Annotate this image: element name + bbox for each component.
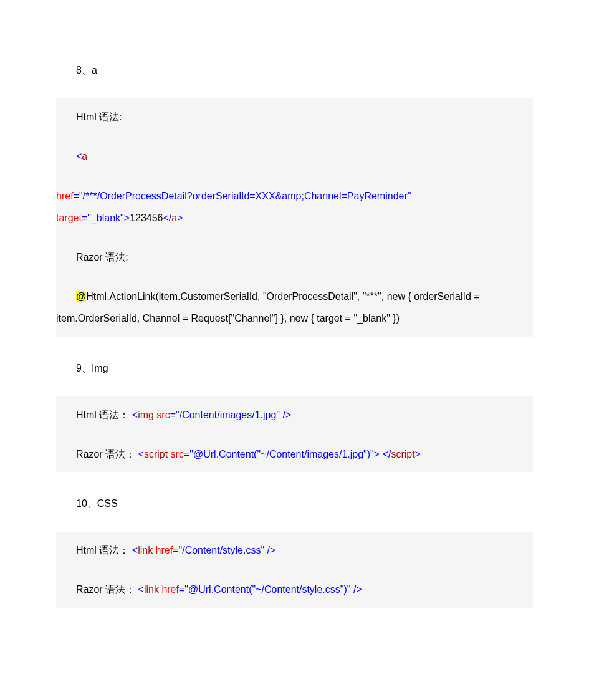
- src-val-9h: "/Content/images/1.jpg": [176, 410, 280, 420]
- close-lt-9r: </: [383, 449, 391, 459]
- img-9h: img: [138, 410, 156, 420]
- section-heading-8: 8、a: [56, 59, 533, 81]
- anchor-text: 123456: [130, 213, 163, 223]
- razor-prefix-10: Razor 语法：: [76, 584, 135, 595]
- close-10h: />: [264, 545, 275, 555]
- link-10r: link: [144, 584, 161, 595]
- razor-line-9: Razor 语法： <script src="@Url.Content("~/C…: [56, 443, 533, 465]
- section-heading-9: 9、Img: [56, 357, 533, 379]
- close-gt: >: [177, 213, 183, 223]
- razor-code-8: @Html.ActionLink(item.CustomerSerialId, …: [56, 285, 533, 329]
- gt-9r: >: [374, 449, 380, 459]
- razor-at: @: [76, 291, 86, 302]
- razor-prefix-9: Razor 语法：: [76, 449, 135, 459]
- gt: >: [124, 213, 130, 223]
- html-prefix-9: Html 语法：: [76, 410, 129, 420]
- val-href: "/***/OrderProcessDetail?orderSerialId=X…: [79, 191, 411, 201]
- section-heading-10: 10、CSS: [56, 492, 533, 514]
- href-eq-10r: =: [179, 584, 184, 595]
- script-9r: script: [144, 449, 171, 459]
- href-eq-10h: =: [173, 545, 178, 555]
- razor-body: Html.ActionLink(item.CustomerSerialId, "…: [56, 291, 480, 324]
- src-eq-9h: =: [170, 410, 176, 420]
- tag-a: a: [82, 151, 87, 161]
- lt-10r: <: [138, 584, 144, 595]
- close-lt: </: [163, 213, 172, 223]
- close-script-9r: script: [391, 449, 414, 459]
- lt-10h: <: [132, 545, 138, 555]
- attr-href: href: [56, 191, 74, 201]
- html-prefix-10: Html 语法：: [76, 545, 129, 555]
- code-block-10: Html 语法： <link href="/Content/style.css"…: [56, 532, 533, 608]
- close-10r: />: [350, 584, 362, 595]
- html-a-tag-body: href="/***/OrderProcessDetail?orderSeria…: [56, 185, 533, 229]
- razor-syntax-label: Razor 语法:: [56, 246, 533, 268]
- open-angle: <: [76, 151, 82, 161]
- href-val-10r: "@Url.Content("~/Content/style.css")": [184, 584, 350, 595]
- src-val-9r: "@Url.Content("~/Content/images/1.jpg")": [189, 449, 374, 459]
- attr-target: target: [56, 213, 82, 223]
- href-val-10h: "/Content/style.css": [179, 545, 265, 555]
- src-attr-9h: src: [156, 410, 170, 420]
- lt-9r: <: [138, 449, 144, 459]
- close-9h: />: [280, 410, 291, 420]
- src-attr-9r: src: [171, 449, 184, 459]
- val-target: "_blank": [87, 213, 124, 223]
- code-block-9: Html 语法： <img src="/Content/images/1.jpg…: [56, 396, 533, 472]
- code-block-8: Html 语法: <a href="/***/OrderProcessDetai…: [56, 98, 533, 337]
- html-line-10: Html 语法： <link href="/Content/style.css"…: [56, 539, 533, 561]
- html-line-9: Html 语法： <img src="/Content/images/1.jpg…: [56, 404, 533, 426]
- src-eq-9r: =: [184, 449, 189, 459]
- href-attr-10h: href: [156, 545, 173, 555]
- eq-target: =: [82, 213, 87, 223]
- href-attr-10r: href: [161, 584, 179, 595]
- close-gt-9r: >: [415, 449, 421, 459]
- close-a: a: [171, 213, 177, 223]
- html-syntax-label: Html 语法:: [56, 106, 533, 128]
- link-10h: link: [138, 545, 155, 555]
- lt-9h: <: [132, 410, 138, 420]
- html-a-tag-open: <a: [56, 145, 533, 167]
- eq-href: =: [74, 191, 79, 201]
- razor-line-10: Razor 语法： <link href="@Url.Content("~/Co…: [56, 578, 533, 600]
